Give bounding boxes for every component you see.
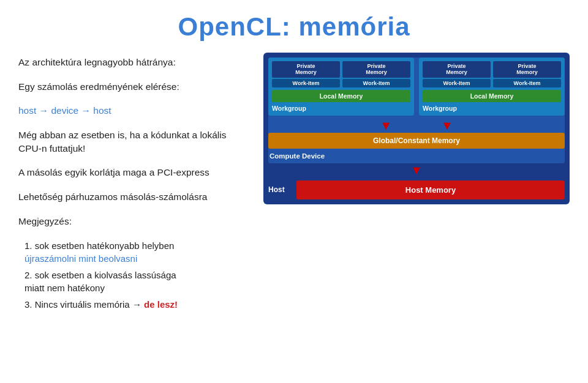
arrow-1: ▼: [380, 119, 392, 132]
work-items-row-1: PrivateMemory Work-Item PrivateMemory Wo…: [272, 61, 410, 87]
work-items-row-2: PrivateMemory Work-Item PrivateMemory Wo…: [423, 61, 561, 87]
list-item-2: 2. sok esetben a kiolvasás lassúsága mia…: [24, 269, 245, 294]
private-memory-badge-1-2: PrivateMemory: [342, 61, 410, 78]
list-item-3: 3. Nincs virtuális memória → de lesz!: [24, 298, 245, 311]
para6: Lehetőség párhuzamos másolás-számolásra: [18, 190, 245, 204]
arrow-text: host → device → host: [18, 105, 111, 116]
para2: Egy számolás eredményének elérése:: [18, 80, 245, 94]
work-item-1-1: PrivateMemory Work-Item: [272, 61, 340, 87]
compute-device-footer: Compute Device: [268, 151, 565, 160]
work-item-badge-2-1: Work-Item: [423, 79, 491, 87]
host-label: Host: [268, 185, 293, 194]
outer-diagram-box: PrivateMemory Work-Item PrivateMemory Wo…: [263, 53, 570, 204]
workgroup-1: PrivateMemory Work-Item PrivateMemory Wo…: [268, 58, 414, 116]
list-item-1: 1. sok esetben hatékonyabb helyben újras…: [24, 239, 245, 265]
workgroup-label-2: Workgroup: [423, 105, 561, 112]
arrow-2: ▼: [441, 119, 453, 132]
para3: host → device → host: [18, 104, 245, 117]
para5: A másolás egyik korlátja maga a PCI-expr…: [18, 166, 245, 179]
notes-list: 1. sok esetben hatékonyabb helyben újras…: [24, 239, 245, 314]
global-constant-memory-bar: Global/Constant Memory: [268, 133, 565, 149]
arrows-row: ▼ ▼: [268, 119, 565, 132]
work-item-badge-1-2: Work-Item: [342, 79, 410, 87]
work-item-badge-1-1: Work-Item: [272, 79, 340, 87]
workgroup-2: PrivateMemory Work-Item PrivateMemory Wo…: [419, 58, 565, 116]
para1: Az architektúra legnagyobb hátránya:: [18, 56, 245, 69]
workgroups-section: PrivateMemory Work-Item PrivateMemory Wo…: [268, 58, 565, 116]
private-memory-badge-2-2: PrivateMemory: [493, 61, 561, 78]
host-row: Host Host Memory: [268, 180, 565, 199]
private-memory-badge-2-1: PrivateMemory: [423, 61, 491, 78]
left-panel: Az architektúra legnagyobb hátránya: Egy…: [18, 53, 245, 371]
page-title: OpenCL: memória: [18, 12, 570, 42]
work-item-badge-2-2: Work-Item: [493, 79, 561, 87]
local-memory-bar-2: Local Memory: [423, 90, 561, 102]
work-item-1-2: PrivateMemory Work-Item: [342, 61, 410, 87]
compute-device-label: Compute Device: [268, 152, 328, 160]
para4: Még abban az esetben is, ha a kódunkat a…: [18, 128, 245, 155]
host-memory-bar: Host Memory: [296, 180, 565, 199]
workgroup-label-1: Workgroup: [272, 105, 410, 112]
arrow-host: ▼: [410, 164, 423, 176]
compute-device-box: PrivateMemory Work-Item PrivateMemory Wo…: [268, 58, 565, 163]
work-item-2-2: PrivateMemory Work-Item: [493, 61, 561, 87]
private-memory-badge-1-1: PrivateMemory: [272, 61, 340, 78]
para7: Megjegyzés:: [18, 215, 245, 228]
local-memory-bar-1: Local Memory: [272, 90, 410, 102]
work-item-2-1: PrivateMemory Work-Item: [423, 61, 491, 87]
right-panel: PrivateMemory Work-Item PrivateMemory Wo…: [263, 53, 570, 371]
